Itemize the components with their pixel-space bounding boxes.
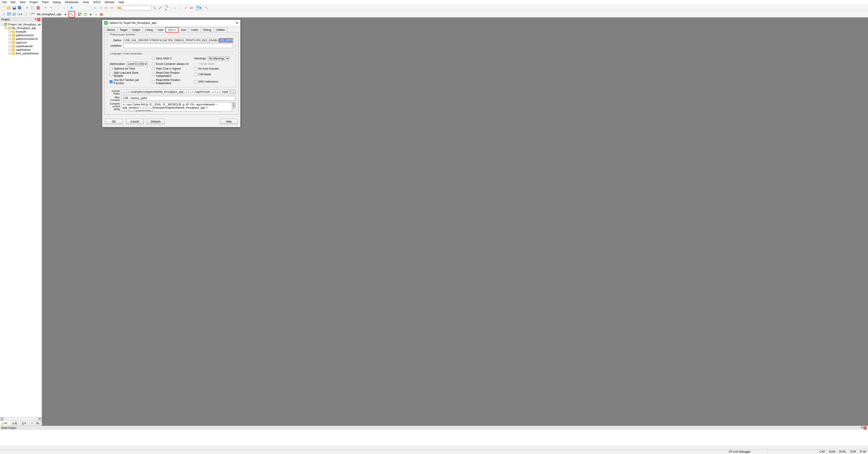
tab-books[interactable]: ◆B... — [11, 421, 21, 426]
gnu-extensions-checkbox[interactable]: GNU extensions — [194, 80, 233, 83]
cut-icon[interactable]: ✂ — [25, 5, 30, 10]
menu-tools[interactable]: Tools — [83, 1, 89, 4]
tab-functions[interactable]: {}F... — [21, 421, 30, 426]
tree-folder[interactable]: +sapi/core — [0, 41, 41, 44]
breakpoint-kill-icon[interactable]: ⊘ — [183, 5, 188, 10]
pin-icon[interactable]: 📌 — [34, 18, 37, 21]
indent-left-icon[interactable]: ⇤ — [93, 5, 98, 10]
compiler-string-scroll[interactable]: ▲▼ — [232, 102, 236, 109]
tab-debug[interactable]: Debug — [200, 27, 214, 32]
books-icon[interactable] — [99, 12, 104, 17]
find-combo[interactable] — [122, 6, 152, 10]
optimize-time-checkbox[interactable]: Optimize for Time — [110, 67, 148, 70]
cancel-button[interactable]: Cancel — [126, 119, 144, 124]
menu-file[interactable]: File — [2, 1, 7, 4]
pin-icon[interactable]: 📌 — [860, 426, 863, 429]
paste-icon[interactable] — [36, 5, 41, 10]
tab-utilities[interactable]: Utilities — [214, 27, 227, 32]
undefine-input[interactable] — [123, 43, 233, 48]
copy-icon[interactable] — [30, 5, 35, 10]
tree-folder[interactable]: +example — [0, 30, 41, 34]
uncomment-icon[interactable]: //≡ — [109, 5, 114, 10]
target-options-icon[interactable]: 🔨 — [69, 12, 74, 17]
download-icon[interactable]: LOAD↓↓ — [30, 12, 35, 17]
manage-components-icon[interactable] — [78, 12, 82, 17]
tab-linker[interactable]: Linker — [189, 27, 201, 32]
one-elf-checkbox[interactable]: One ELF Section per Function — [110, 78, 148, 85]
split-load-checkbox[interactable]: Split Load and Store Multiple — [110, 71, 148, 77]
tab-listing[interactable]: Listing — [143, 27, 155, 32]
help-button[interactable]: Help — [220, 119, 238, 124]
find-in-files-icon[interactable]: 🔍 — [117, 5, 122, 10]
batch-build-icon[interactable]: ▾ — [17, 12, 22, 17]
build-output-hscroll[interactable] — [0, 446, 868, 450]
strict-ansi-checkbox[interactable]: Strict ANSI C — [152, 57, 191, 60]
scroll-up-icon[interactable]: ▲ — [232, 102, 236, 105]
bookmark-prev-icon[interactable] — [74, 5, 80, 10]
menu-project[interactable]: Project — [30, 1, 38, 4]
menu-view[interactable]: View — [20, 1, 25, 4]
build-output-body[interactable] — [0, 430, 868, 446]
window-layout-icon[interactable]: ▾ — [196, 5, 201, 10]
incremental-find-icon[interactable]: 🔎 — [157, 5, 162, 10]
plain-char-checkbox[interactable]: Plain Char is Signed — [152, 67, 191, 70]
tab-templates[interactable]: 0→Te... — [30, 421, 41, 426]
target-dropdown-icon[interactable]: ▾ — [63, 12, 68, 17]
optimization-select[interactable]: Level 0 (-O0) — [127, 62, 148, 66]
tab-asm[interactable]: Asm — [178, 27, 189, 32]
comment-icon[interactable]: //≡ — [104, 5, 109, 10]
save-all-icon[interactable] — [17, 5, 22, 10]
project-tree[interactable]: −Project: ble_throughput_ap −ble_through… — [0, 22, 42, 417]
open-file-icon[interactable] — [6, 5, 11, 10]
warnings-select[interactable]: No Warnings — [208, 56, 229, 61]
menu-help[interactable]: Help — [119, 1, 124, 4]
tab-user[interactable]: User — [155, 27, 166, 32]
scroll-right-icon[interactable]: ► — [38, 418, 42, 421]
debug-session-icon[interactable]: 🔍▾ — [165, 5, 170, 10]
menu-window[interactable]: Window — [104, 1, 114, 4]
c99-mode-checkbox[interactable]: C99 Mode — [194, 73, 233, 76]
translate-icon[interactable] — [1, 12, 6, 17]
tree-app[interactable]: −ble_throughput_app — [0, 26, 41, 30]
pack-installer-icon[interactable]: ◆ — [88, 12, 93, 17]
breakpoint-enable-icon[interactable]: ○ — [178, 5, 183, 10]
configure-icon[interactable]: 🔧 — [204, 5, 209, 10]
rw-position-checkbox[interactable]: Read-Write Position Independent — [152, 78, 191, 85]
scroll-left-icon[interactable]: ◄ — [0, 418, 4, 421]
menu-peripherals[interactable]: Peripherals — [65, 1, 79, 4]
build-icon[interactable] — [6, 12, 11, 17]
menu-edit[interactable]: Edit — [11, 1, 16, 4]
tree-folder[interactable]: +sapi/bluetooth — [0, 44, 41, 48]
tree-folder[interactable]: +platform/stm32 — [0, 34, 41, 37]
close-panel-icon[interactable]: ✕ — [37, 18, 40, 21]
ro-position-checkbox[interactable]: Read-Only Position Independent — [152, 71, 191, 77]
new-file-icon[interactable] — [1, 5, 6, 10]
dialog-close-icon[interactable]: ✕ — [236, 21, 239, 25]
tree-root[interactable]: −Project: ble_throughput_ap — [0, 23, 41, 26]
tree-folder[interactable]: +sapi/freertos — [0, 48, 41, 52]
defaults-button[interactable]: Defaults — [147, 119, 164, 124]
redo-icon[interactable]: ↷ — [49, 5, 54, 10]
undo-icon[interactable]: ↶ — [43, 5, 48, 10]
scroll-down-icon[interactable]: ▼ — [232, 105, 236, 109]
breakpoint-disable-icon[interactable]: ● — [173, 5, 178, 10]
select-packs-icon[interactable] — [83, 12, 88, 17]
menu-svcs[interactable]: SVCS — [93, 1, 101, 4]
bookmark-next-icon[interactable] — [80, 5, 85, 10]
define-input[interactable]: USE_HAL_DRIVER STM32F411xE RSI_DEBUG_PRI… — [123, 38, 233, 43]
enum-container-checkbox[interactable]: Enum Container always int — [152, 62, 191, 66]
compiler-string-textarea[interactable]: -c --cpu Cortex-M4.fp -D__EVAL -D__MICRO… — [121, 102, 232, 111]
tab-ccpp[interactable]: C/C++ — [166, 27, 179, 32]
manage-rte-icon[interactable]: ◇ — [94, 12, 99, 17]
find-icon[interactable]: 🔍 — [152, 5, 157, 10]
nav-forward-icon[interactable]: → — [62, 5, 66, 10]
close-panel-icon[interactable]: ✕ — [864, 426, 867, 429]
menu-debug[interactable]: Debug — [53, 1, 61, 4]
tree-folder[interactable]: +platform/nucleo-f4 — [0, 37, 41, 41]
tree-folder[interactable]: +third_party/freertos — [0, 52, 41, 55]
breakpoint-list-icon[interactable]: ●▾ — [189, 5, 194, 10]
ok-button[interactable]: OK — [105, 119, 123, 124]
menu-flash[interactable]: Flash — [42, 1, 49, 4]
bookmark-toggle-icon[interactable] — [69, 5, 74, 10]
include-paths-browse-button[interactable]: ... — [230, 90, 236, 94]
